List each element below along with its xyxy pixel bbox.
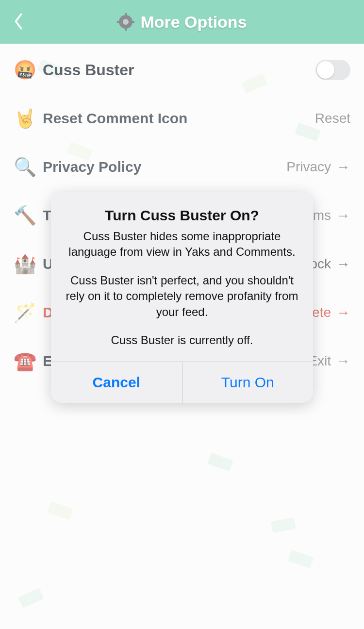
dialog-text-2: Cuss Buster isn't perfect, and you shoul… xyxy=(65,273,299,320)
cuss-buster-dialog: Turn Cuss Buster On? Cuss Buster hides s… xyxy=(51,192,313,403)
dialog-text-3: Cuss Buster is currently off. xyxy=(65,332,299,348)
cancel-button[interactable]: Cancel xyxy=(51,362,182,403)
dialog-text-1: Cuss Buster hides some inappropriate lan… xyxy=(65,229,299,260)
turn-on-button[interactable]: Turn On xyxy=(182,362,314,403)
dialog-title: Turn Cuss Buster On? xyxy=(65,207,299,224)
